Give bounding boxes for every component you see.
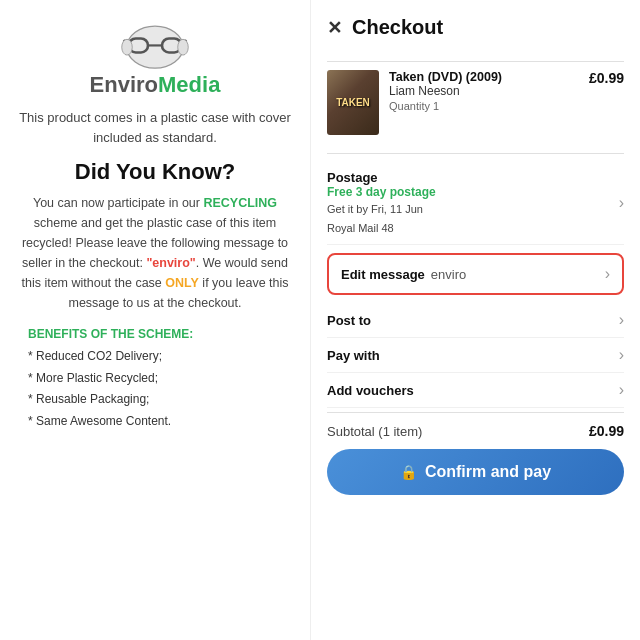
logo-media: Media [158, 72, 220, 97]
checkout-title: Checkout [352, 16, 443, 39]
pay-with-label: Pay with [327, 348, 380, 363]
taken-thumb-label: TAKEN [336, 97, 370, 108]
checkout-header: ✕ Checkout [327, 16, 624, 39]
postage-label: Postage [327, 170, 436, 185]
body-text: You can now participate in our RECYCLING… [18, 193, 292, 313]
svg-point-0 [127, 26, 183, 68]
product-name: Taken (DVD) (2009) [389, 70, 589, 84]
postage-info: Postage Free 3 day postage Get it by Fri… [327, 170, 436, 236]
postage-get-it: Get it by Fri, 11 Jun [327, 201, 436, 218]
post-to-chevron: › [619, 311, 624, 329]
lock-icon: 🔒 [400, 464, 417, 480]
logo-text: EnviroMedia [90, 72, 221, 98]
logo: EnviroMedia [90, 20, 221, 98]
logo-enviro: Enviro [90, 72, 158, 97]
add-vouchers-label: Add vouchers [327, 383, 414, 398]
benefit-2: * More Plastic Recycled; [28, 368, 292, 390]
subtotal-price: £0.99 [589, 423, 624, 439]
free-postage-text: Free 3 day postage [327, 185, 436, 199]
product-actor: Liam Neeson [389, 84, 589, 98]
product-description: This product comes in a plastic case wit… [18, 108, 292, 147]
svg-point-6 [122, 39, 133, 55]
benefit-1: * Reduced CO2 Delivery; [28, 346, 292, 368]
add-vouchers-chevron: › [619, 381, 624, 399]
benefits-title: BENEFITS OF THE SCHEME: [28, 327, 292, 341]
postage-row[interactable]: Postage Free 3 day postage Get it by Fri… [327, 162, 624, 245]
left-panel: EnviroMedia This product comes in a plas… [0, 0, 310, 640]
subtotal-row: Subtotal (1 item) £0.99 [327, 412, 624, 447]
confirm-pay-button[interactable]: 🔒 Confirm and pay [327, 449, 624, 495]
benefit-4: * Same Awesome Content. [28, 411, 292, 433]
post-to-row[interactable]: Post to › [327, 303, 624, 338]
svg-point-7 [178, 39, 189, 55]
did-you-know-heading: Did You Know? [75, 159, 236, 185]
product-quantity: Quantity 1 [389, 100, 589, 112]
pay-with-row[interactable]: Pay with › [327, 338, 624, 373]
recycling-word: RECYCLING [203, 196, 277, 210]
edit-message-box[interactable]: Edit message enviro › [327, 253, 624, 295]
benefit-3: * Reusable Packaging; [28, 389, 292, 411]
edit-message-value: enviro [431, 267, 466, 282]
close-button[interactable]: ✕ [327, 17, 342, 39]
post-to-label: Post to [327, 313, 371, 328]
body-text-1: You can now participate in our [33, 196, 203, 210]
product-divider [327, 153, 624, 154]
benefits-section: BENEFITS OF THE SCHEME: * Reduced CO2 De… [18, 327, 292, 432]
add-vouchers-row[interactable]: Add vouchers › [327, 373, 624, 408]
product-thumbnail: TAKEN [327, 70, 379, 135]
pay-with-chevron: › [619, 346, 624, 364]
benefits-list: * Reduced CO2 Delivery; * More Plastic R… [28, 346, 292, 432]
logo-icon [120, 20, 190, 70]
postage-chevron: › [619, 194, 624, 212]
postage-carrier: Royal Mail 48 [327, 220, 436, 237]
enviro-quote: "enviro" [146, 256, 195, 270]
product-price: £0.99 [589, 70, 624, 86]
edit-message-label: Edit message [341, 267, 425, 282]
confirm-pay-label: Confirm and pay [425, 463, 551, 481]
product-row: TAKEN Taken (DVD) (2009) Liam Neeson Qua… [327, 70, 624, 135]
product-thumb-bg: TAKEN [327, 70, 379, 135]
header-divider [327, 61, 624, 62]
only-word: ONLY [165, 276, 199, 290]
edit-message-left: Edit message enviro [341, 267, 466, 282]
right-panel: ✕ Checkout TAKEN Taken (DVD) (2009) Liam… [310, 0, 640, 640]
edit-message-chevron: › [605, 265, 610, 283]
subtotal-label: Subtotal (1 item) [327, 424, 422, 439]
product-info: Taken (DVD) (2009) Liam Neeson Quantity … [389, 70, 589, 112]
